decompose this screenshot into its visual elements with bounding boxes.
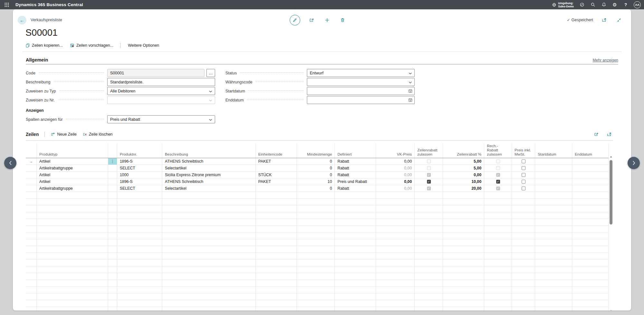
cell-enddatum[interactable] bbox=[572, 165, 609, 171]
row-selector[interactable] bbox=[26, 165, 37, 171]
cell-beschreibung[interactable]: ATHENS Schreibtisch bbox=[162, 178, 256, 185]
table-scrollbar[interactable]: ▲ ▼ bbox=[609, 154, 613, 310]
col-header-zeilenrabatt_zulassen[interactable]: Zeilenrabatt zulassen bbox=[415, 143, 443, 158]
cell-enddatum[interactable] bbox=[572, 178, 609, 185]
share-lines-icon[interactable] bbox=[592, 130, 600, 138]
cell-beschreibung[interactable]: Selectartikel bbox=[162, 185, 256, 192]
enddatum-field[interactable] bbox=[307, 96, 415, 104]
cell-menu[interactable]: ⋮ bbox=[108, 158, 117, 165]
cell-mindestmenge[interactable]: 0 bbox=[297, 165, 335, 171]
cell-startdatum[interactable] bbox=[535, 165, 572, 171]
delete-line-button[interactable]: Zeile löschen bbox=[82, 132, 113, 137]
col-header-einheitencode[interactable]: Einheitencode bbox=[256, 143, 297, 158]
col-header-zeilenrabatt_pct[interactable]: Zeilenrabatt % bbox=[443, 143, 484, 158]
delete-trash-button[interactable] bbox=[339, 16, 346, 24]
cell-context-menu-icon[interactable]: ⋮ bbox=[108, 158, 117, 165]
col-header-startdatum[interactable]: Startdatum bbox=[535, 143, 572, 158]
row-selector[interactable]: → bbox=[26, 158, 37, 165]
cell-definiert[interactable]: Rabatt bbox=[335, 185, 376, 192]
cell-menu[interactable] bbox=[108, 172, 117, 178]
cell-beschreibung[interactable]: ATHENS Schreibtisch bbox=[162, 158, 256, 165]
user-avatar[interactable]: AA bbox=[634, 1, 641, 8]
cell-startdatum[interactable] bbox=[535, 178, 572, 185]
environment-picker[interactable]: Umgebung: Sales-Demo bbox=[552, 2, 574, 8]
row-selector[interactable] bbox=[26, 185, 37, 192]
zuweisen-typ-select[interactable]: Alle Debitoren bbox=[107, 87, 215, 95]
cell-menu[interactable] bbox=[108, 178, 117, 185]
cell-startdatum[interactable] bbox=[535, 172, 572, 178]
cell-startdatum[interactable] bbox=[535, 185, 572, 192]
cell-produkttyp[interactable]: Artikelrabattgruppe bbox=[37, 165, 108, 171]
col-header-produktnr[interactable]: Produktnr. bbox=[117, 143, 162, 158]
search-icon[interactable] bbox=[588, 1, 598, 9]
waehrungscode-select[interactable] bbox=[307, 78, 415, 86]
cell-definiert[interactable]: Rabatt bbox=[335, 158, 376, 165]
code-assist-edit-button[interactable]: … bbox=[206, 69, 215, 77]
col-header-produkttyp[interactable]: Produkttyp bbox=[37, 143, 108, 158]
cell-vk_preis[interactable]: 0,00 bbox=[376, 165, 415, 171]
cell-mindestmenge[interactable]: 0 bbox=[297, 158, 335, 165]
show-more-link[interactable]: Mehr anzeigen bbox=[593, 58, 618, 62]
cell-zeilenrabatt_pct[interactable]: 10,00 bbox=[443, 178, 484, 185]
cell-definiert[interactable]: Rabatt bbox=[335, 172, 376, 178]
checkbox[interactable] bbox=[522, 186, 526, 190]
more-options-button[interactable]: Weitere Optionen bbox=[128, 43, 159, 48]
cell-einheitencode[interactable] bbox=[256, 185, 297, 192]
cell-einheitencode[interactable] bbox=[256, 165, 297, 171]
calendar-icon[interactable] bbox=[408, 98, 412, 102]
cell-vk_preis[interactable]: 0,00 bbox=[376, 172, 415, 178]
calendar-icon[interactable] bbox=[408, 89, 412, 93]
col-header-beschreibung[interactable]: Beschreibung bbox=[162, 143, 256, 158]
cell-produkttyp[interactable]: Artikel bbox=[37, 158, 108, 165]
back-button[interactable]: ← bbox=[18, 16, 26, 24]
cell-produkttyp[interactable]: Artikel bbox=[37, 178, 108, 185]
cell-menu[interactable] bbox=[108, 185, 117, 192]
cell-rech_rabatt_zulassen[interactable]: ✓ bbox=[484, 172, 512, 178]
status-select[interactable]: Entwurf bbox=[307, 69, 415, 77]
cell-menu[interactable] bbox=[108, 165, 117, 171]
open-in-window-icon[interactable] bbox=[600, 16, 608, 24]
cell-produktnr[interactable]: SELECT bbox=[117, 185, 162, 192]
cell-produktnr[interactable]: 1000 bbox=[117, 172, 162, 178]
cell-beschreibung[interactable]: Sicilia Express Zitrone premium bbox=[162, 172, 256, 178]
cell-mindestmenge[interactable]: 0 bbox=[297, 185, 335, 192]
copilot-icon[interactable] bbox=[577, 1, 587, 9]
col-header-definiert[interactable]: Definiert bbox=[335, 143, 376, 158]
help-icon[interactable]: ? bbox=[621, 1, 630, 9]
breadcrumb[interactable]: Verkaufspreisliste bbox=[31, 18, 62, 22]
share-button[interactable] bbox=[308, 16, 316, 24]
checkbox[interactable]: ✓ bbox=[427, 180, 431, 184]
cell-produkttyp[interactable]: Artikel bbox=[37, 172, 108, 178]
cell-definiert[interactable]: Rabatt bbox=[335, 165, 376, 171]
cell-zeilenrabatt_pct[interactable]: 20,00 bbox=[443, 185, 484, 192]
col-header-rech_rabatt_zulassen[interactable]: Rech.-Rabatt zulassen bbox=[484, 143, 512, 158]
suggest-lines-button[interactable]: Zeilen vorschlagen... bbox=[70, 43, 113, 48]
cell-startdatum[interactable] bbox=[535, 158, 572, 165]
settings-gear-icon[interactable]: ⚙ bbox=[610, 1, 620, 9]
app-launcher-icon[interactable] bbox=[3, 1, 11, 8]
col-header-mindestmenge[interactable]: Mindestmenge bbox=[297, 143, 335, 158]
checkbox[interactable] bbox=[522, 180, 526, 184]
cell-preis_inkl_mwst[interactable] bbox=[512, 178, 535, 185]
cell-produktnr[interactable]: 1896-S bbox=[117, 158, 162, 165]
cell-preis_inkl_mwst[interactable] bbox=[512, 165, 535, 171]
cell-vk_preis[interactable]: 0,00 bbox=[376, 185, 415, 192]
checkbox[interactable] bbox=[522, 159, 526, 163]
cell-preis_inkl_mwst[interactable] bbox=[512, 185, 535, 192]
cell-zeilenrabatt_zulassen[interactable]: ✓ bbox=[415, 172, 443, 178]
spalten-anzeigen-select[interactable]: Preis und Rabatt bbox=[107, 115, 215, 123]
new-line-button[interactable]: Neue Zeile bbox=[51, 132, 76, 137]
cell-rech_rabatt_zulassen[interactable]: ✓ bbox=[484, 178, 512, 185]
scroll-down-arrow[interactable]: ▼ bbox=[609, 309, 613, 310]
cell-zeilenrabatt_pct[interactable]: 5,00 bbox=[443, 165, 484, 171]
checkbox[interactable] bbox=[522, 173, 526, 177]
cell-rech_rabatt_zulassen[interactable] bbox=[484, 158, 512, 165]
cell-zeilenrabatt_zulassen[interactable]: ✓ bbox=[415, 178, 443, 185]
cell-mindestmenge[interactable]: 0 bbox=[297, 172, 335, 178]
new-record-plus-button[interactable] bbox=[323, 16, 331, 24]
edit-pencil-button[interactable] bbox=[289, 15, 300, 25]
cell-enddatum[interactable] bbox=[572, 185, 609, 192]
cell-enddatum[interactable] bbox=[572, 172, 609, 178]
cell-zeilenrabatt_pct[interactable]: 5,00 bbox=[443, 158, 484, 165]
checkbox[interactable]: ✓ bbox=[496, 180, 500, 184]
